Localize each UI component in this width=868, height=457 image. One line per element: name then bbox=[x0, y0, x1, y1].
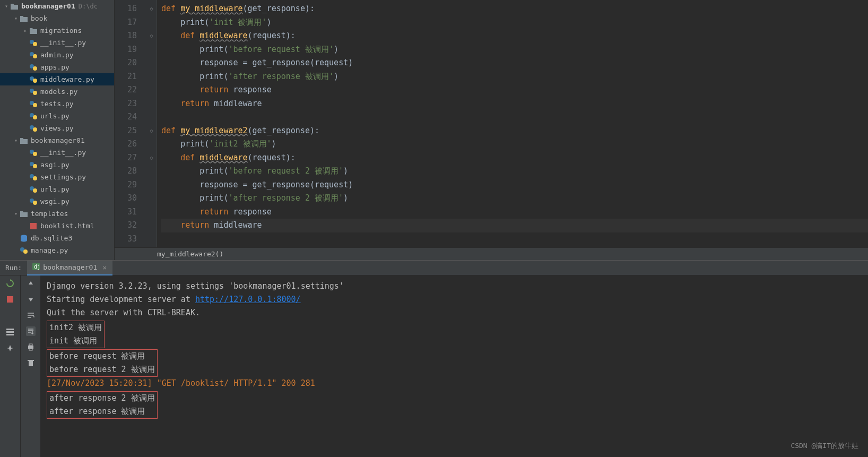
layout-icon[interactable] bbox=[5, 327, 15, 337]
code-line[interactable]: def middleware(request): bbox=[161, 151, 868, 165]
line-number[interactable]: 16 bbox=[115, 2, 137, 16]
wrap-icon[interactable] bbox=[26, 311, 36, 320]
breadcrumb[interactable]: my_middleware2() bbox=[115, 247, 868, 260]
code-line[interactable]: return middleware bbox=[161, 219, 868, 232]
tree-item-booklist-html[interactable]: booklist.html bbox=[0, 220, 114, 232]
line-number[interactable]: 23 bbox=[115, 97, 137, 111]
line-number[interactable]: 32 bbox=[115, 219, 137, 232]
server-url-link[interactable]: http://127.0.0.1:8000/ bbox=[195, 295, 301, 304]
fold-marker[interactable] bbox=[146, 43, 157, 57]
line-number[interactable]: 24 bbox=[115, 110, 137, 124]
fold-marker[interactable]: ⊖ bbox=[146, 29, 157, 43]
code-line[interactable]: print('before request 被调用') bbox=[161, 43, 868, 57]
tree-item-tests-py[interactable]: tests.py bbox=[0, 98, 114, 110]
code-line[interactable]: return middleware bbox=[161, 97, 868, 111]
tree-item-manage-py[interactable]: manage.py bbox=[0, 244, 114, 256]
line-number[interactable]: 20 bbox=[115, 56, 137, 70]
tree-item-asgi-py[interactable]: asgi.py bbox=[0, 159, 114, 171]
line-number[interactable]: 26 bbox=[115, 137, 137, 151]
line-number[interactable]: 31 bbox=[115, 205, 137, 219]
chevron-icon[interactable]: ▾ bbox=[13, 137, 19, 143]
fold-marker[interactable] bbox=[146, 205, 157, 219]
code-line[interactable]: return response bbox=[161, 205, 868, 219]
code-line[interactable]: def my_middleware2(get_response): bbox=[161, 124, 868, 138]
fold-marker[interactable] bbox=[146, 178, 157, 192]
stop-icon[interactable] bbox=[5, 295, 15, 304]
tree-item-settings-py[interactable]: settings.py bbox=[0, 171, 114, 183]
down-icon[interactable] bbox=[26, 295, 36, 304]
code-content[interactable]: def my_middleware(get_response): print('… bbox=[157, 0, 868, 247]
fold-marker[interactable] bbox=[146, 56, 157, 70]
pin-icon[interactable] bbox=[5, 343, 15, 353]
code-line[interactable]: response = get_response(request) bbox=[161, 178, 868, 192]
code-line[interactable]: return response bbox=[161, 83, 868, 97]
fold-marker[interactable] bbox=[146, 137, 157, 151]
fold-marker[interactable]: ⊖ bbox=[146, 151, 157, 165]
chevron-icon[interactable]: ▾ bbox=[3, 3, 10, 9]
code-line[interactable]: print('after response 2 被调用') bbox=[161, 192, 868, 205]
fold-marker[interactable] bbox=[146, 83, 157, 97]
run-tab[interactable]: dj bookmanager01 × bbox=[27, 261, 112, 275]
tree-item-urls-py[interactable]: urls.py bbox=[0, 183, 114, 195]
tree-item-bookmanager01[interactable]: ▾bookmanager01D:\dc bbox=[0, 0, 114, 12]
code-line[interactable] bbox=[161, 232, 868, 246]
chevron-icon[interactable]: ▾ bbox=[13, 211, 19, 217]
code-line[interactable]: def my_middleware(get_response): bbox=[161, 2, 868, 16]
code-line[interactable]: print('init 被调用') bbox=[161, 16, 868, 30]
tree-item-__init__-py[interactable]: __init__.py bbox=[0, 146, 114, 159]
code-line[interactable]: print('before request 2 被调用') bbox=[161, 165, 868, 178]
fold-marker[interactable] bbox=[146, 232, 157, 246]
tree-item-apps-py[interactable]: apps.py bbox=[0, 61, 114, 73]
fold-marker[interactable] bbox=[146, 97, 157, 111]
fold-marker[interactable] bbox=[146, 16, 157, 30]
up-icon[interactable] bbox=[26, 279, 36, 288]
fold-marker[interactable] bbox=[146, 219, 157, 232]
tree-item-db-sqlite3[interactable]: db.sqlite3 bbox=[0, 232, 114, 244]
line-number[interactable]: 33 bbox=[115, 232, 137, 246]
scroll-icon[interactable] bbox=[26, 326, 36, 336]
code-line[interactable] bbox=[161, 110, 868, 124]
code-line[interactable]: response = get_response(request) bbox=[161, 56, 868, 70]
tree-item-models-py[interactable]: models.py bbox=[0, 85, 114, 98]
code-line[interactable]: def middleware(request): bbox=[161, 29, 868, 43]
tree-item-bookmanager01[interactable]: ▾bookmanager01 bbox=[0, 134, 114, 146]
fold-marker[interactable] bbox=[146, 110, 157, 124]
project-tree[interactable]: ▾bookmanager01D:\dc▾book▸migrations__ini… bbox=[0, 0, 115, 260]
code-line[interactable]: print('after response 被调用') bbox=[161, 70, 868, 84]
line-number[interactable]: 19 bbox=[115, 43, 137, 57]
tree-item-views-py[interactable]: views.py bbox=[0, 122, 114, 134]
line-number[interactable]: 17 bbox=[115, 16, 137, 30]
tree-item-__init__-py[interactable]: __init__.py bbox=[0, 37, 114, 49]
code-area[interactable]: 161718192021222324252627282930313233 ⊖⊖⊖… bbox=[115, 0, 868, 247]
print-icon[interactable] bbox=[26, 342, 36, 352]
tree-item-templates[interactable]: ▾templates bbox=[0, 208, 114, 220]
chevron-icon[interactable]: ▾ bbox=[13, 15, 19, 21]
tree-item-book[interactable]: ▾book bbox=[0, 12, 114, 24]
fold-column[interactable]: ⊖⊖⊖⊖ bbox=[146, 0, 157, 247]
tree-item-migrations[interactable]: ▸migrations bbox=[0, 24, 114, 37]
line-number[interactable]: 22 bbox=[115, 83, 137, 97]
line-number[interactable]: 18 bbox=[115, 29, 137, 43]
fold-marker[interactable] bbox=[146, 192, 157, 205]
py-icon bbox=[29, 75, 38, 84]
chevron-icon[interactable]: ▸ bbox=[22, 28, 29, 33]
close-icon[interactable]: × bbox=[102, 263, 107, 272]
line-number[interactable]: 21 bbox=[115, 70, 137, 84]
rerun-icon[interactable] bbox=[5, 279, 15, 288]
fold-marker[interactable]: ⊖ bbox=[146, 124, 157, 138]
line-number[interactable]: 27 bbox=[115, 151, 137, 165]
tree-item-admin-py[interactable]: admin.py bbox=[0, 49, 114, 61]
line-number[interactable]: 28 bbox=[115, 165, 137, 178]
console-output[interactable]: Django version 3.2.23, using settings 'b… bbox=[40, 275, 868, 457]
fold-marker[interactable] bbox=[146, 70, 157, 84]
tree-item-middleware-py[interactable]: middleware.py bbox=[0, 73, 114, 85]
line-number[interactable]: 25 bbox=[115, 124, 137, 138]
line-number[interactable]: 30 bbox=[115, 192, 137, 205]
tree-item-wsgi-py[interactable]: wsgi.py bbox=[0, 195, 114, 208]
fold-marker[interactable] bbox=[146, 165, 157, 178]
fold-marker[interactable]: ⊖ bbox=[146, 2, 157, 16]
code-line[interactable]: print('init2 被调用') bbox=[161, 137, 868, 151]
line-number[interactable]: 29 bbox=[115, 178, 137, 192]
tree-item-urls-py[interactable]: urls.py bbox=[0, 110, 114, 122]
trash-icon[interactable] bbox=[26, 358, 36, 368]
